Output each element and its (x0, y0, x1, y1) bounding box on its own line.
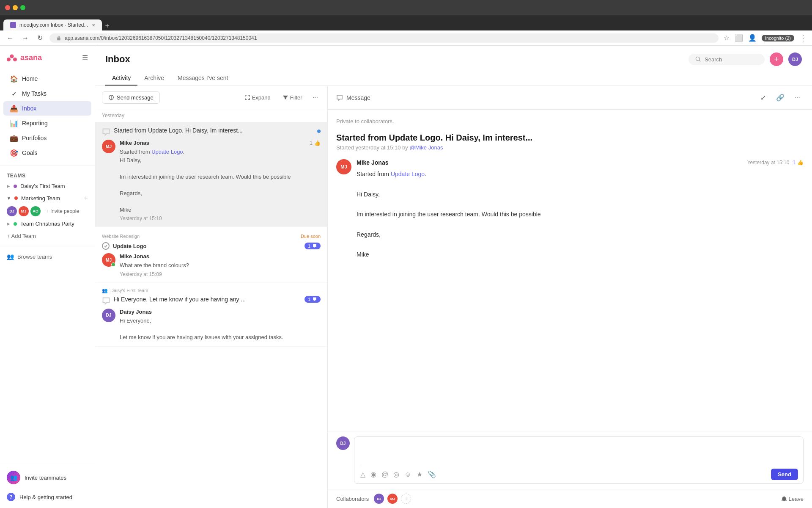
collaborator-avatar-mj: MJ (387, 494, 398, 504)
create-button[interactable]: + (770, 52, 783, 66)
team-dot-christmas (14, 222, 17, 226)
app-container: asana ☰ 🏠 Home ✓ My Tasks 📥 Inbox 📊 Repo… (0, 46, 812, 508)
invite-teammates-button[interactable]: 👥 Invite teammates (0, 466, 95, 489)
invite-people-button[interactable]: + Invite people (42, 207, 82, 216)
emoji-circle-tool[interactable]: ◎ (392, 469, 400, 479)
detail-message-time: Yesterday at 15:10 (747, 160, 790, 166)
format-triangle-tool[interactable]: △ (359, 469, 366, 479)
close-button[interactable] (5, 5, 10, 10)
messages-panel: Send message Expand Filter ··· Yesterday (95, 86, 328, 508)
mention-tool[interactable]: @ (381, 470, 389, 479)
update-logo-link-msg[interactable]: Update Logo (151, 149, 183, 155)
subtitle-author-link[interactable]: @Mike Jonas (409, 144, 443, 151)
marketing-team-section: ▼ Marketing Team + DJ MJ AO + Invite peo… (0, 192, 95, 218)
send-message-label: Send message (117, 94, 154, 101)
search-input[interactable] (705, 56, 755, 63)
minimize-button[interactable] (13, 5, 18, 10)
browse-teams-button[interactable]: 👥 Browse teams (0, 250, 95, 263)
sidebar-item-christmas-party[interactable]: ▶ Team Christmas Party (0, 218, 95, 229)
task-source-2: Website Redesign (102, 234, 140, 239)
expand-button[interactable]: Expand (240, 92, 275, 103)
page-title: Inbox (105, 54, 130, 65)
add-marketing-member-button[interactable]: + (84, 194, 88, 202)
sidebar-item-my-tasks[interactable]: ✓ My Tasks (3, 86, 91, 101)
smile-tool[interactable]: ☺ (403, 470, 412, 479)
message-time-1: Yesterday at 15:10 (120, 215, 321, 221)
bookmark-icon[interactable]: ☆ (724, 34, 730, 42)
lock-icon (56, 36, 61, 41)
forward-button[interactable]: → (20, 33, 30, 44)
team-dot-marketing (14, 196, 18, 200)
svg-point-1 (7, 58, 11, 61)
maximize-button[interactable] (20, 5, 25, 10)
reply-badge-2: 1 (304, 243, 321, 249)
reload-button[interactable]: ↻ (36, 32, 44, 44)
collaborator-avatar-dj: DJ (374, 494, 384, 504)
sidebar-item-home[interactable]: 🏠 Home (3, 72, 91, 86)
active-tab[interactable]: moodjoy.com Inbox - Started... ✕ (3, 19, 102, 30)
send-reply-button[interactable]: Send (771, 469, 798, 480)
more-options-button[interactable]: ··· (310, 91, 321, 104)
reply-textarea[interactable] (359, 440, 798, 461)
message-author-3: Daisy Jonas (120, 309, 152, 315)
leave-conversation-button[interactable]: Leave (781, 496, 804, 502)
tab-close-button[interactable]: ✕ (92, 23, 95, 28)
invite-icon: 👥 (7, 471, 20, 484)
new-tab-button[interactable]: + (105, 22, 110, 30)
unread-indicator-1 (317, 130, 321, 133)
subtitle-pre: Started yesterday at 15:10 by (336, 144, 408, 151)
sidebar-item-portfolios[interactable]: 💼 Portfolios (3, 131, 91, 145)
attach-tool[interactable]: 📎 (427, 469, 437, 479)
sidebar-item-daisy-first-team[interactable]: ▶ Daisy's First Team (0, 180, 95, 192)
tab-archive[interactable]: Archive (137, 71, 171, 86)
format-circle-tool[interactable]: ◉ (370, 469, 377, 479)
messages-list: Yesterday Started from Update Logo. Hi D… (95, 109, 327, 508)
collaborators-label: Collaborators (336, 496, 369, 502)
checkmark-icon (104, 244, 108, 248)
message-item-1[interactable]: Started from Update Logo. Hi Daisy, Im i… (95, 122, 327, 227)
send-message-button[interactable]: Send message (102, 91, 160, 104)
sidebar-item-reporting[interactable]: 📊 Reporting (3, 116, 91, 130)
reply-editor[interactable]: △ ◉ @ ◎ ☺ ★ 📎 Send (354, 436, 804, 484)
detail-body: Private to collaborators. Started from U… (328, 110, 812, 431)
link-detail-button[interactable]: 🔗 (773, 92, 788, 103)
sidebar-item-marketing-team[interactable]: ▼ Marketing Team + (0, 192, 95, 204)
search-box[interactable] (689, 54, 765, 65)
message-item-3[interactable]: 👥 Daisy's First Team Hi Everyone, Let me… (95, 283, 327, 347)
user-profile-icon[interactable]: 👤 (748, 34, 757, 42)
plus-icon-small: + (46, 208, 49, 214)
help-getting-started-button[interactable]: ? Help & getting started (0, 489, 95, 505)
collapse-icon: ▶ (7, 184, 10, 188)
sidebar-item-goals[interactable]: 🎯 Goals (3, 146, 91, 160)
browse-divider (0, 246, 95, 246)
detail-message-subtitle: Started yesterday at 15:10 by @Mike Jona… (336, 144, 804, 151)
team-ref-3: 👥 Daisy's First Team (102, 288, 321, 293)
sidebar-toggle-button[interactable]: ☰ (82, 54, 88, 62)
message-body-1: Started from Update Logo. Hi Daisy, Im i… (120, 148, 321, 214)
tab-activity[interactable]: Activity (105, 71, 137, 86)
detail-update-logo-link[interactable]: Update Logo (391, 171, 425, 177)
user-avatar-button[interactable]: DJ (788, 52, 802, 66)
member-avatar-ao: AO (30, 206, 41, 216)
add-team-button[interactable]: + Add Team (0, 229, 95, 243)
menu-icon[interactable]: ⋮ (799, 33, 807, 43)
add-collaborator-button[interactable]: + (401, 494, 411, 504)
back-button[interactable]: ← (5, 33, 15, 44)
tab-messages-sent[interactable]: Messages I've sent (171, 71, 235, 86)
home-icon: 🏠 (10, 75, 18, 83)
cast-icon[interactable]: ⬜ (735, 34, 743, 42)
expand-detail-button[interactable]: ⤢ (757, 92, 769, 103)
due-badge-2: Due soon (301, 234, 321, 239)
sidebar-item-home-label: Home (22, 75, 38, 82)
browse-icon: 👥 (7, 253, 14, 260)
star-tool[interactable]: ★ (416, 469, 423, 479)
detail-author-name: Mike Jonas (357, 159, 388, 166)
filter-button[interactable]: Filter (278, 92, 307, 103)
private-note: Private to collaborators. (336, 118, 804, 124)
detail-header-label: Message (346, 94, 370, 101)
sidebar-item-inbox[interactable]: 📥 Inbox (3, 101, 91, 116)
url-bar[interactable]: app.asana.com/0/inbox/1203269616387050/1… (49, 33, 719, 43)
more-detail-button[interactable]: ··· (791, 92, 804, 103)
date-group-yesterday: Yesterday (95, 109, 327, 122)
message-item-2[interactable]: Website Redesign Due soon Update Logo (95, 227, 327, 283)
